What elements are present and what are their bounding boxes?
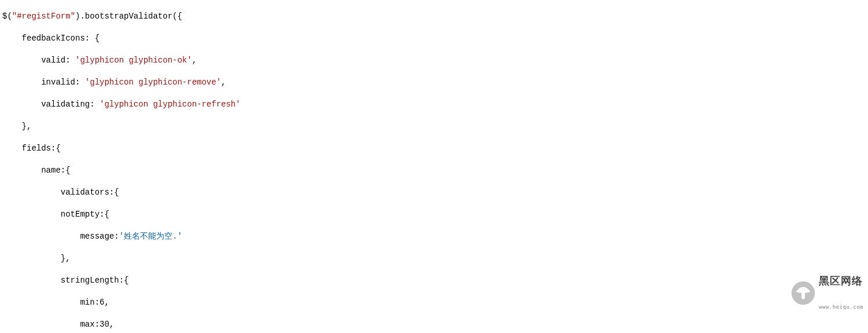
code-line: fields:{ xyxy=(2,143,868,154)
site-watermark: 黑区网络 www.heiqu.com xyxy=(791,258,863,328)
code-line: min:6, xyxy=(2,297,868,308)
code-line: }, xyxy=(2,121,868,132)
code-line: $("#registForm").bootstrapValidator({ xyxy=(2,11,868,22)
code-line: name:{ xyxy=(2,165,868,176)
code-line: invalid: 'glyphicon glyphicon-remove', xyxy=(2,77,868,88)
code-line: }, xyxy=(2,253,868,264)
code-line: validating: 'glyphicon glyphicon-refresh… xyxy=(2,99,868,110)
code-line: message:'姓名不能为空.' xyxy=(2,231,868,242)
code-line: valid: 'glyphicon glyphicon-ok', xyxy=(2,55,868,66)
code-line: validators:{ xyxy=(2,187,868,198)
code-line: feedbackIcons: { xyxy=(2,33,868,44)
code-line: notEmpty:{ xyxy=(2,209,868,220)
code-line: stringLength:{ xyxy=(2,275,868,286)
code-editor[interactable]: $("#registForm").bootstrapValidator({ fe… xyxy=(0,0,868,333)
code-line: max:30, xyxy=(2,319,868,330)
